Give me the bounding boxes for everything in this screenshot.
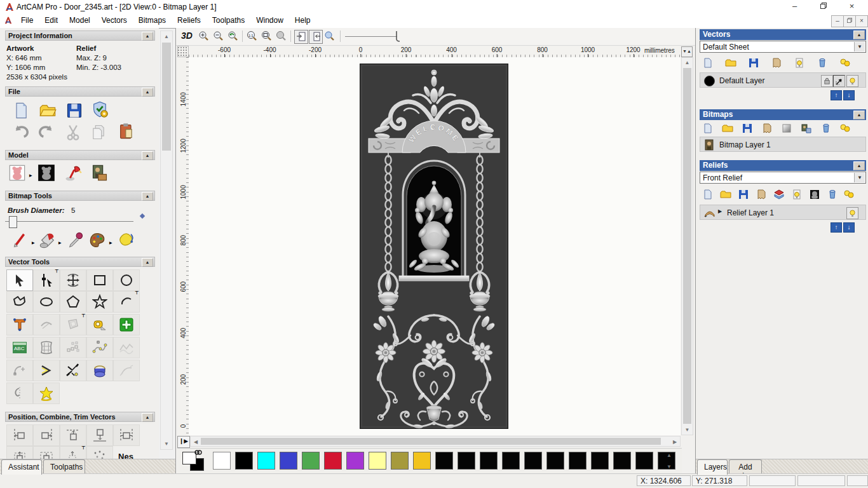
move-layer-down-icon[interactable]: ↓ <box>843 222 855 233</box>
collapse-icon[interactable]: ▲ <box>142 258 153 267</box>
collapse-icon[interactable]: ▲ <box>853 111 865 119</box>
create-star-tool[interactable] <box>86 291 113 313</box>
save-layer-icon[interactable] <box>740 122 754 135</box>
measure-tool[interactable] <box>86 314 113 336</box>
open-model-icon[interactable] <box>38 102 57 119</box>
move-layer-up-icon[interactable]: ↑ <box>831 222 842 233</box>
bitmaps-header[interactable]: Bitmaps ▲ <box>700 109 866 120</box>
scrollbar-thumb[interactable] <box>201 438 661 445</box>
greyscale-film-icon[interactable] <box>808 188 822 201</box>
zoom-slider-track[interactable] <box>345 36 397 37</box>
palette-swatch[interactable] <box>346 452 364 470</box>
zoom-1to1-icon[interactable]: 1:1 <box>246 30 259 43</box>
file-section-header[interactable]: File ▲ <box>5 86 155 97</box>
block-copy-tool[interactable] <box>86 446 113 459</box>
new-layer-icon[interactable] <box>701 57 715 69</box>
texture-icon[interactable] <box>117 231 136 249</box>
tab-add-in[interactable]: Add In <box>729 459 762 474</box>
toggle-visibility-icon[interactable] <box>790 188 804 201</box>
palette-swatch[interactable] <box>369 452 386 470</box>
wrap-star-tool[interactable] <box>33 383 60 404</box>
fit-smooth-tool[interactable] <box>113 337 140 358</box>
align-bottom-tool[interactable] <box>86 424 113 446</box>
palette-swatch[interactable] <box>569 452 587 470</box>
toggle-vector-icon[interactable] <box>309 30 323 44</box>
relief-layer-row[interactable]: + ▶ Relief Layer 1 <box>700 205 866 220</box>
zoom-out-icon[interactable] <box>212 30 225 43</box>
centre-in-page-2-tool[interactable] <box>33 446 60 459</box>
relief-selector[interactable]: Front Relief ▼ <box>700 172 866 184</box>
bitmap-layer-row[interactable]: Bitmap Layer 1 <box>700 137 866 152</box>
redo-icon[interactable] <box>37 123 56 141</box>
palette-swatch[interactable] <box>413 452 431 470</box>
canvas-vscrollbar[interactable]: ▲ ▼ <box>681 57 693 435</box>
palette-swatch[interactable] <box>635 452 653 470</box>
layer-colour-icon[interactable] <box>704 76 715 86</box>
align-centre-tool[interactable] <box>113 424 140 446</box>
brush-slider-handle[interactable] <box>9 216 17 228</box>
delete-layer-icon[interactable] <box>815 57 829 69</box>
assistant-scrollbar[interactable]: ▲ ▼ <box>160 30 173 450</box>
palette-swatch[interactable] <box>613 452 631 470</box>
fit-arcs-tool[interactable] <box>6 360 33 381</box>
align-top-tool[interactable] <box>60 424 86 446</box>
scroll-up-icon[interactable]: ▲ <box>682 60 693 65</box>
ruler-toggle-icon[interactable]: ❙▶ <box>177 436 190 448</box>
envelope-distort-tool[interactable] <box>33 337 60 358</box>
lighting-icon[interactable] <box>64 164 83 182</box>
palette-swatch[interactable] <box>524 452 542 470</box>
palette-swatch[interactable] <box>302 452 320 470</box>
trim-vectors-tool[interactable] <box>60 360 86 381</box>
canvas-hscrollbar[interactable]: ◀ ▶ <box>190 436 681 447</box>
close-button[interactable]: × <box>837 0 866 14</box>
snap-icon[interactable] <box>833 75 845 87</box>
zoom-fit-icon[interactable] <box>261 30 273 43</box>
mdi-restore-button[interactable] <box>843 15 856 27</box>
collapse-icon[interactable]: ▲ <box>142 192 153 201</box>
chevron-down-icon[interactable]: ▼ <box>854 173 865 182</box>
palette-swatch[interactable] <box>546 452 564 470</box>
chevron-down-icon[interactable]: ▼ <box>854 42 865 51</box>
zoom-previous-icon[interactable] <box>227 30 240 43</box>
tab-layers[interactable]: Layers <box>697 459 728 475</box>
nesting-tool[interactable]: Nes <box>113 446 139 459</box>
load-bitmap-icon[interactable] <box>90 164 109 182</box>
undo-icon[interactable] <box>11 123 31 141</box>
drawing-canvas[interactable]: WELCOME <box>189 57 681 435</box>
minimize-button[interactable]: – <box>780 0 809 14</box>
text-block-tool[interactable]: ABC <box>6 337 33 358</box>
create-arc-tool[interactable]: ⊤ <box>113 291 140 313</box>
merge-layers-icon[interactable] <box>770 57 783 69</box>
zoom-slider-handle[interactable] <box>395 30 401 42</box>
palette-swatch[interactable] <box>257 452 275 470</box>
palette-swatch[interactable] <box>391 452 409 470</box>
create-ellipse-tool[interactable] <box>33 291 60 313</box>
all-visibility-icon[interactable] <box>838 57 852 69</box>
copy-icon[interactable] <box>89 123 108 141</box>
scrollbar-thumb[interactable] <box>683 68 691 424</box>
lock-icon[interactable] <box>821 75 833 87</box>
palette-swatch[interactable] <box>502 452 520 470</box>
bulb-icon[interactable] <box>846 207 858 219</box>
transform-vectors-tool[interactable] <box>60 269 86 291</box>
fit-curve-tool[interactable] <box>113 360 140 381</box>
menu-item-toolpaths[interactable]: Toolpaths <box>207 14 250 27</box>
palette-swatch[interactable] <box>458 452 475 470</box>
flyout-arrow-icon[interactable]: ▶ <box>29 173 32 177</box>
block-paste-tool[interactable] <box>60 337 86 358</box>
node-editing-tool[interactable]: ⊤ <box>33 269 60 291</box>
scrollbar-thumb[interactable] <box>162 43 171 151</box>
palette-swatch[interactable] <box>324 452 342 470</box>
scroll-down-icon[interactable]: ▼ <box>161 441 172 447</box>
centre-in-page-tool[interactable] <box>6 446 33 459</box>
palette-swatch[interactable] <box>280 452 297 470</box>
palette-icon[interactable] <box>88 231 107 249</box>
units-dropdown-icon[interactable]: ▼▲ <box>681 46 693 57</box>
bitmap-tools-header[interactable]: Bitmap Tools ▲ <box>5 191 155 201</box>
cut-icon[interactable] <box>64 123 83 141</box>
tab-toolpaths[interactable]: Toolpaths <box>43 459 85 474</box>
menu-item-bitmaps[interactable]: Bitmaps <box>133 14 172 27</box>
sheet-selector[interactable]: Default Sheet ▼ <box>700 41 866 53</box>
toggle-bitmap-icon[interactable] <box>294 30 308 44</box>
flyout-arrow-icon[interactable]: ▶ <box>32 240 35 245</box>
